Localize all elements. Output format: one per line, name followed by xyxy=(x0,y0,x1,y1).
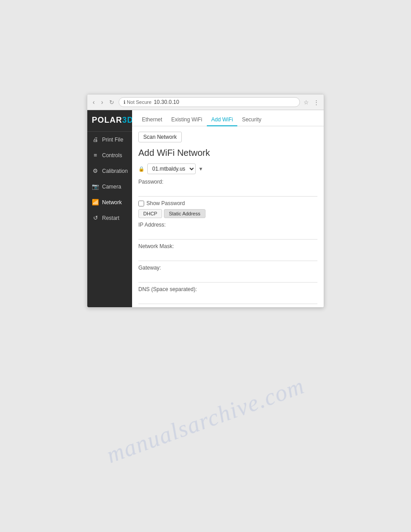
network-mask-label: Network Mask: xyxy=(138,243,317,249)
restart-icon: ↺ xyxy=(92,215,99,221)
sidebar-label-camera: Camera xyxy=(102,184,121,190)
sidebar-label-network: Network xyxy=(102,199,122,206)
network-select-row: 🔒 01.mtbaldy.us ▼ xyxy=(138,163,317,174)
browser-window: ‹ › ↻ ℹ Not Secure 10.30.0.10 ☆ ⋮ POLAR3… xyxy=(87,94,324,308)
sidebar-label-controls: Controls xyxy=(102,152,122,159)
page-title: Add WiFi Network xyxy=(138,148,317,158)
info-icon: ℹ xyxy=(124,99,125,105)
browser-chrome: ‹ › ↻ ℹ Not Secure 10.30.0.10 ☆ ⋮ xyxy=(87,94,324,110)
url-text: 10.30.0.10 xyxy=(154,99,179,105)
show-password-label: Show Password xyxy=(146,200,185,206)
menu-button[interactable]: ⋮ xyxy=(313,98,320,107)
sidebar-item-restart[interactable]: ↺ Restart xyxy=(87,210,132,226)
password-label: Password: xyxy=(138,179,317,185)
main-content: Ethernet Existing WiFi Add WiFi Security… xyxy=(132,110,324,307)
network-mask-input[interactable] xyxy=(138,251,317,261)
controls-icon: ≡ xyxy=(92,152,99,159)
sidebar-item-print-file[interactable]: 🖨 Print File xyxy=(87,132,132,147)
logo: POLAR3D xyxy=(87,110,132,132)
password-input[interactable] xyxy=(138,186,317,197)
tab-security[interactable]: Security xyxy=(237,114,265,126)
tabs-bar: Ethernet Existing WiFi Add WiFi Security xyxy=(132,110,324,126)
static-address-button[interactable]: Static Address xyxy=(164,209,205,218)
logo-text: POLAR3D xyxy=(92,116,128,125)
sidebar-label-restart: Restart xyxy=(102,215,120,221)
forward-button[interactable]: › xyxy=(99,98,105,107)
network-icon: 📶 xyxy=(92,199,99,206)
dropdown-arrow-icon: ▼ xyxy=(198,166,203,172)
dhcp-button[interactable]: DHCP xyxy=(138,209,162,218)
show-password-row: Show Password xyxy=(138,200,317,206)
ip-address-label: IP Address: xyxy=(138,222,317,228)
dhcp-buttons: DHCP Static Address xyxy=(138,209,317,218)
camera-icon: 📷 xyxy=(92,183,99,190)
gateway-label: Gateway: xyxy=(138,265,317,271)
sidebar-item-camera[interactable]: 📷 Camera xyxy=(87,179,132,194)
print-icon: 🖨 xyxy=(92,136,99,143)
tab-add-wifi[interactable]: Add WiFi xyxy=(207,114,238,126)
gateway-input[interactable] xyxy=(138,272,317,283)
security-indicator: ℹ Not Secure xyxy=(124,99,151,105)
dns-label: DNS (Space separated): xyxy=(138,286,317,292)
refresh-button[interactable]: ↻ xyxy=(107,98,116,107)
sidebar-label-print-file: Print File xyxy=(102,137,123,143)
sidebar-label-calibration: Calibration xyxy=(102,168,128,174)
bookmark-button[interactable]: ☆ xyxy=(303,98,310,107)
network-dropdown[interactable]: 01.mtbaldy.us xyxy=(147,163,196,174)
logo-polar: POLAR xyxy=(92,116,122,124)
sidebar-item-calibration[interactable]: ⚙ Calibration xyxy=(87,163,132,179)
address-bar[interactable]: ℹ Not Secure 10.30.0.10 xyxy=(119,97,300,107)
lock-icon: 🔒 xyxy=(138,166,145,172)
show-password-checkbox[interactable] xyxy=(138,201,144,206)
calibration-icon: ⚙ xyxy=(92,167,99,174)
watermark: manualsarchive.com xyxy=(103,372,308,468)
tab-existing-wifi[interactable]: Existing WiFi xyxy=(167,114,206,126)
scan-network-button[interactable]: Scan Network xyxy=(138,132,182,142)
sidebar-item-network[interactable]: 📶 Network xyxy=(87,194,132,210)
dns-input[interactable] xyxy=(138,294,317,304)
sidebar-item-controls[interactable]: ≡ Controls xyxy=(87,147,132,163)
content-area: Scan Network Add WiFi Network 🔒 01.mtbal… xyxy=(132,126,324,307)
back-button[interactable]: ‹ xyxy=(91,98,97,107)
app-container: POLAR3D 🖨 Print File ≡ Controls ⚙ Calibr… xyxy=(87,110,324,307)
ip-address-input[interactable] xyxy=(138,229,317,240)
tab-ethernet[interactable]: Ethernet xyxy=(137,114,167,126)
sidebar: POLAR3D 🖨 Print File ≡ Controls ⚙ Calibr… xyxy=(87,110,132,307)
